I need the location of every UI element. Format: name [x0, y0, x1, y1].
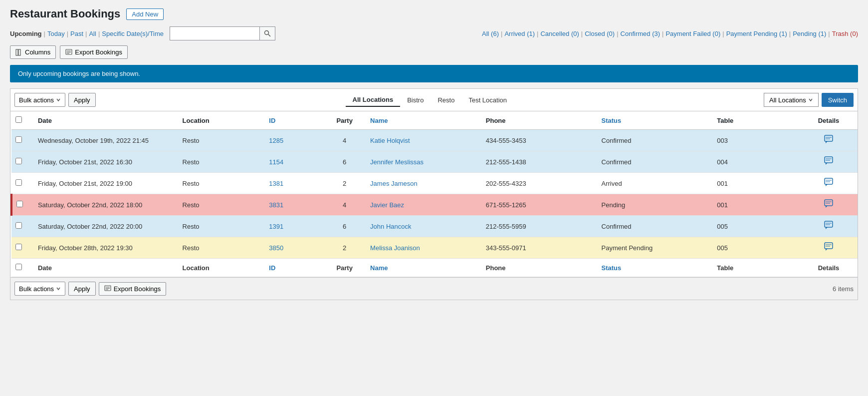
cell-details[interactable]: [800, 151, 858, 173]
row-checkbox[interactable]: [15, 244, 22, 250]
svg-rect-24: [825, 221, 833, 227]
cell-phone: 343-555-0971: [482, 237, 598, 259]
svg-rect-3: [18, 49, 20, 55]
select-all-checkbox-top[interactable]: [15, 116, 22, 123]
bulk-actions-dropdown-bottom[interactable]: Bulk actions: [14, 282, 65, 296]
filter-specific-date[interactable]: Specific Date(s)/Time: [102, 30, 164, 37]
cell-details[interactable]: [800, 216, 858, 237]
cell-details[interactable]: [800, 194, 858, 216]
cell-phone: 671-555-1265: [482, 194, 598, 216]
cell-status: Confirmed: [598, 216, 713, 237]
tab-bistro[interactable]: Bistro: [400, 94, 431, 106]
chat-icon[interactable]: [824, 244, 833, 253]
export-bookings-button-bottom[interactable]: Export Bookings: [99, 282, 167, 296]
apply-button-bottom[interactable]: Apply: [68, 282, 96, 296]
status-pending[interactable]: Pending (1): [793, 30, 826, 37]
cell-name[interactable]: Javier Baez: [366, 194, 482, 216]
chat-icon[interactable]: [824, 180, 833, 188]
cell-name[interactable]: James Jameson: [366, 173, 482, 194]
row-checkbox[interactable]: [15, 136, 22, 143]
search-input[interactable]: [170, 26, 259, 40]
cell-phone: 212-555-5959: [482, 216, 598, 237]
cell-party: 2: [323, 237, 366, 259]
col-header-party: Party: [323, 111, 366, 130]
row-checkbox[interactable]: [16, 201, 23, 207]
chevron-down-icon: [56, 97, 61, 102]
cell-table: 001: [713, 173, 800, 194]
status-payment-pending[interactable]: Payment Pending (1): [726, 30, 787, 37]
cell-name[interactable]: Melissa Joanison: [366, 237, 482, 259]
cell-table: 005: [713, 237, 800, 259]
status-cancelled[interactable]: Cancelled (0): [540, 30, 579, 37]
cell-details[interactable]: [800, 237, 858, 259]
cell-status: Payment Pending: [598, 237, 713, 259]
table-row: Saturday, October 22nd, 2022 18:00 Resto…: [11, 194, 858, 216]
row-checkbox[interactable]: [15, 158, 22, 164]
cell-id: 3850: [265, 237, 323, 259]
svg-rect-20: [825, 200, 833, 206]
chat-icon[interactable]: [824, 201, 833, 210]
export-bookings-button[interactable]: Export Bookings: [60, 45, 128, 59]
svg-rect-16: [825, 178, 833, 184]
cell-id: 3831: [265, 194, 323, 216]
col-header-id[interactable]: ID: [265, 111, 323, 130]
search-button[interactable]: [259, 26, 275, 40]
table-row: Friday, October 21st, 2022 19:00 Resto 1…: [11, 173, 858, 194]
col-header-name[interactable]: Name: [366, 111, 482, 130]
tab-all-locations[interactable]: All Locations: [346, 93, 401, 107]
cell-id: 1391: [265, 216, 323, 237]
info-banner: Only upcoming bookings are being shown.: [10, 65, 858, 82]
columns-button[interactable]: Columns: [10, 45, 56, 59]
chat-icon[interactable]: [824, 158, 833, 167]
chevron-down-icon: [808, 97, 813, 102]
status-closed[interactable]: Closed (0): [585, 30, 615, 37]
status-payment-failed[interactable]: Payment Failed (0): [665, 30, 720, 37]
footer-date: Date: [34, 259, 179, 277]
cell-name[interactable]: Katie Holqvist: [366, 130, 482, 151]
add-new-button[interactable]: Add New: [126, 8, 164, 20]
filter-past[interactable]: Past: [70, 30, 83, 37]
cell-details[interactable]: [800, 173, 858, 194]
row-checkbox[interactable]: [15, 222, 22, 229]
filter-all[interactable]: All: [89, 30, 96, 37]
cell-details[interactable]: [800, 130, 858, 151]
chat-icon[interactable]: [824, 137, 833, 145]
location-filter-dropdown[interactable]: All Locations: [764, 93, 819, 107]
cell-id: 1381: [265, 173, 323, 194]
footer-id: ID: [265, 259, 323, 277]
page-title: Restaurant Bookings: [10, 7, 120, 20]
bulk-actions-dropdown-top[interactable]: Bulk actions: [14, 93, 65, 107]
col-header-phone: Phone: [482, 111, 598, 130]
select-all-checkbox-bottom[interactable]: [15, 264, 22, 270]
tab-resto[interactable]: Resto: [431, 94, 461, 106]
cell-table: 003: [713, 130, 800, 151]
apply-button-top[interactable]: Apply: [68, 93, 96, 107]
chevron-down-icon: [56, 286, 61, 291]
row-checkbox[interactable]: [15, 179, 22, 186]
cell-table: 005: [713, 216, 800, 237]
switch-button[interactable]: Switch: [822, 93, 854, 107]
cell-table: 004: [713, 151, 800, 173]
columns-icon: [15, 49, 22, 56]
table-row: Friday, October 21st, 2022 16:30 Resto 1…: [11, 151, 858, 173]
status-all[interactable]: All (6): [482, 30, 499, 37]
filter-today[interactable]: Today: [47, 30, 65, 37]
cell-name[interactable]: Jennifer Meslissas: [366, 151, 482, 173]
status-arrived[interactable]: Arrived (1): [504, 30, 535, 37]
cell-date: Friday, October 28th, 2022 19:30: [34, 237, 179, 259]
cell-date: Friday, October 21st, 2022 19:00: [34, 173, 179, 194]
search-icon: [264, 30, 271, 37]
status-trash[interactable]: Trash (0): [832, 30, 858, 37]
footer-location: Location: [179, 259, 265, 277]
cell-party: 2: [323, 173, 366, 194]
col-header-location: Location: [179, 111, 265, 130]
footer-phone: Phone: [482, 259, 598, 277]
cell-location: Resto: [179, 194, 265, 216]
tab-test-location[interactable]: Test Location: [461, 94, 514, 106]
footer-status: Status: [598, 259, 713, 277]
svg-rect-2: [16, 49, 18, 55]
col-header-status[interactable]: Status: [598, 111, 713, 130]
status-confirmed[interactable]: Confirmed (3): [621, 30, 660, 37]
cell-name[interactable]: John Hancock: [366, 216, 482, 237]
chat-icon[interactable]: [824, 223, 833, 231]
